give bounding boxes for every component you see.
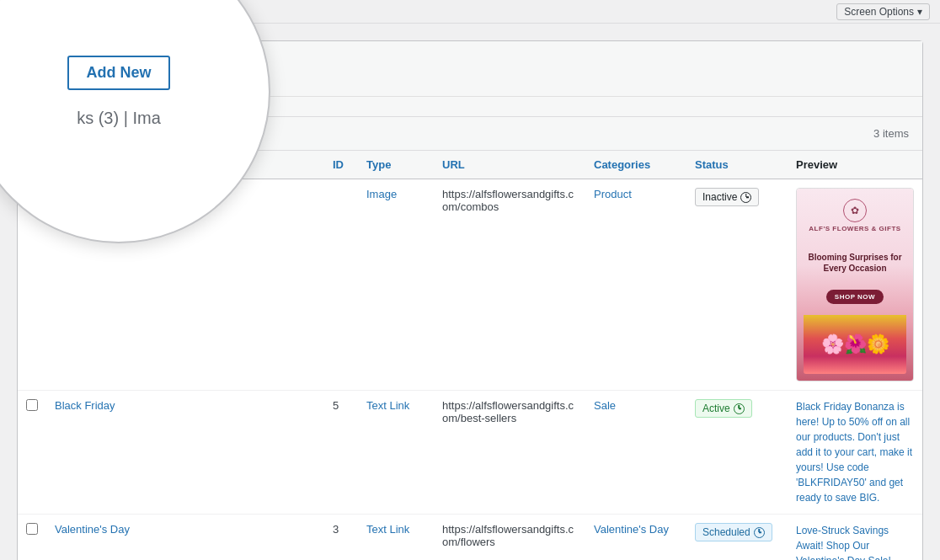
td-name-3: Valentine's Day	[46, 515, 324, 561]
type-link-1[interactable]: Image	[366, 188, 397, 200]
ad-shop-button: SHOP NOW	[826, 290, 884, 304]
table-row: Black Friday 5 Text Link https://alfsflo…	[18, 391, 922, 515]
filter-button[interactable]: Filter	[87, 124, 130, 143]
td-type-2: Text Link	[358, 391, 434, 515]
th-type[interactable]: Type	[358, 151, 434, 179]
category-link-1[interactable]: Product	[594, 188, 632, 200]
td-preview-1: ✿ ALF'S FLOWERS & GIFTS Blooming Surpris…	[788, 179, 922, 391]
td-url-1: https://alfsflowersandgifts.com/combos	[434, 179, 585, 391]
category-link-2[interactable]: Sale	[594, 399, 616, 412]
td-url-3: https://alfsflowersandgifts.com/flowers	[434, 515, 585, 561]
preview-text-3: Love-Struck Savings Await! Shop Our Vale…	[796, 525, 891, 560]
td-type-1: Image	[358, 179, 434, 391]
th-categories[interactable]: Categories	[585, 151, 686, 179]
category-link-3[interactable]: Valentine's Day	[594, 523, 669, 536]
td-name-1	[46, 179, 324, 391]
td-id-1	[324, 179, 358, 391]
page-header: Add New	[18, 41, 922, 97]
td-checkbox-1	[18, 179, 46, 391]
filter-select[interactable]	[31, 124, 82, 143]
tab-links: ve (2) | Scheduled (3)	[31, 104, 147, 116]
th-name[interactable]: Name	[46, 151, 324, 179]
table-body: Image https://alfsflowersandgifts.com/co…	[18, 179, 922, 561]
table-row: Valentine's Day 3 Text Link https://alfs…	[18, 515, 922, 561]
screen-options-label: Screen Options	[844, 6, 914, 18]
type-link-3[interactable]: Text Link	[366, 523, 409, 536]
th-checkbox	[18, 151, 46, 179]
status-badge-2: Active	[695, 399, 752, 418]
ad-heading: Blooming Surprises for Every Occasion	[804, 252, 906, 274]
row-name-link-3[interactable]: Valentine's Day	[55, 523, 130, 536]
th-id[interactable]: ID	[324, 151, 358, 179]
preview-text-2: Black Friday Bonanza is here! Up to 50% …	[796, 401, 912, 504]
screen-options-button[interactable]: Screen Options ▾	[836, 3, 930, 20]
td-id-3: 3	[324, 515, 358, 561]
clock-icon-1	[740, 192, 751, 203]
filter-left: Filter	[31, 124, 130, 143]
top-bar: Screen Options ▾	[0, 0, 940, 24]
td-categories-2: Sale	[585, 391, 686, 515]
td-id-2: 5	[324, 391, 358, 515]
td-categories-3: Valentine's Day	[585, 515, 686, 561]
status-badge-1: Inactive	[695, 188, 759, 206]
ad-logo-text: ALF'S FLOWERS & GIFTS	[804, 225, 906, 232]
td-status-1: Inactive	[686, 179, 788, 391]
select-all-checkbox[interactable]	[26, 157, 38, 169]
td-url-2: https://alfsflowersandgifts.com/best-sel…	[434, 391, 585, 515]
tab-navigation: ve (2) | Scheduled (3)	[18, 97, 922, 117]
clock-icon-2	[734, 403, 745, 414]
td-categories-1: Product	[585, 179, 686, 391]
status-badge-3: Scheduled	[695, 523, 772, 541]
ad-header: ✿ ALF'S FLOWERS & GIFTS	[804, 199, 906, 236]
items-count: 3 items	[873, 127, 909, 140]
td-status-3: Scheduled	[686, 515, 788, 561]
preview-ad: ✿ ALF'S FLOWERS & GIFTS Blooming Surpris…	[797, 189, 913, 381]
tab-active[interactable]: ve (2)	[31, 104, 59, 116]
th-status[interactable]: Status	[686, 151, 788, 179]
td-checkbox-2	[18, 391, 46, 515]
type-link-2[interactable]: Text Link	[366, 399, 409, 412]
ad-flowers: 🌸🌺🌼	[804, 315, 906, 374]
td-preview-3: Love-Struck Savings Await! Shop Our Vale…	[788, 515, 922, 561]
data-table: Name ID Type URL Categories Status	[18, 151, 922, 560]
th-preview: Preview	[788, 151, 922, 179]
th-url[interactable]: URL	[434, 151, 585, 179]
td-type-3: Text Link	[358, 515, 434, 561]
td-checkbox-3	[18, 515, 46, 561]
ad-logo-icon: ✿	[843, 199, 867, 222]
table-row: Image https://alfsflowersandgifts.com/co…	[18, 179, 922, 391]
td-status-2: Active	[686, 391, 788, 515]
tab-separator-1: |	[66, 104, 68, 116]
tab-scheduled[interactable]: Scheduled (3)	[76, 104, 147, 116]
add-new-button[interactable]: Add New	[31, 51, 133, 86]
row-checkbox-3[interactable]	[26, 523, 38, 535]
chevron-down-icon: ▾	[917, 6, 922, 18]
td-name-2: Black Friday	[46, 391, 324, 515]
preview-image-box: ✿ ALF'S FLOWERS & GIFTS Blooming Surpris…	[796, 188, 914, 381]
filter-bar: Filter 3 items	[18, 117, 922, 151]
td-preview-2: Black Friday Bonanza is here! Up to 50% …	[788, 391, 922, 515]
row-checkbox-2[interactable]	[26, 399, 38, 411]
main-content: Add New ks (3) | Ima Add New ve (2) | Sc…	[17, 40, 923, 560]
table-header-row: Name ID Type URL Categories Status	[18, 151, 922, 179]
clock-icon-3	[754, 527, 765, 538]
row-name-link-2[interactable]: Black Friday	[55, 399, 115, 412]
